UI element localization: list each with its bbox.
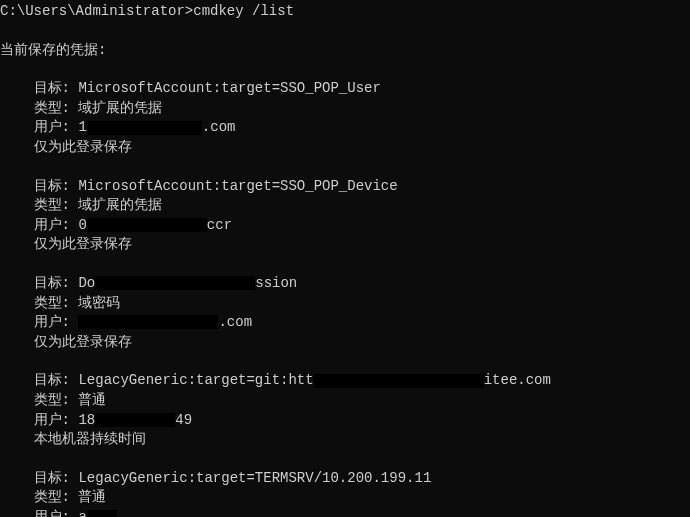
entry-user-line: 用户: a bbox=[0, 508, 690, 517]
type-label: 类型: bbox=[34, 489, 70, 505]
user-label: 用户: bbox=[34, 509, 70, 517]
type-label: 类型: bbox=[34, 100, 70, 116]
type-value: 普通 bbox=[78, 489, 106, 505]
persist-value: 仅为此登录保存 bbox=[34, 236, 132, 252]
entry-target-line: 目标: LegacyGeneric:target=TERMSRV/10.200.… bbox=[0, 469, 690, 489]
persist-value: 仅为此登录保存 bbox=[34, 139, 132, 155]
command: cmdkey /list bbox=[193, 3, 294, 19]
target-prefix: Do bbox=[78, 275, 95, 291]
blank-line bbox=[0, 22, 690, 41]
type-value: 普通 bbox=[78, 392, 106, 408]
target-prefix: LegacyGeneric:target=git:htt bbox=[78, 372, 313, 388]
redacted-block bbox=[87, 218, 207, 232]
entry-persist-line: 仅为此登录保存 bbox=[0, 333, 690, 353]
target-value: MicrosoftAccount:target=SSO_POP_User bbox=[78, 80, 380, 96]
entry-type-line: 类型: 域密码 bbox=[0, 294, 690, 314]
entry-user-line: 用户: 0ccr bbox=[0, 216, 690, 236]
type-value: 域密码 bbox=[78, 295, 120, 311]
user-label: 用户: bbox=[34, 217, 70, 233]
type-value: 域扩展的凭据 bbox=[78, 197, 162, 213]
target-value: MicrosoftAccount:target=SSO_POP_Device bbox=[78, 178, 397, 194]
blank-line bbox=[0, 255, 690, 274]
entry-type-line: 类型: 域扩展的凭据 bbox=[0, 99, 690, 119]
user-prefix: 18 bbox=[78, 412, 95, 428]
user-label: 用户: bbox=[34, 119, 70, 135]
target-label: 目标: bbox=[34, 80, 70, 96]
user-prefix: 0 bbox=[78, 217, 86, 233]
blank-line bbox=[0, 450, 690, 469]
entry-type-line: 类型: 域扩展的凭据 bbox=[0, 196, 690, 216]
user-suffix: .com bbox=[202, 119, 236, 135]
blank-line bbox=[0, 158, 690, 177]
entry-type-line: 类型: 普通 bbox=[0, 488, 690, 508]
target-suffix: ssion bbox=[255, 275, 297, 291]
user-label: 用户: bbox=[34, 314, 70, 330]
entry-target-line: 目标: MicrosoftAccount:target=SSO_POP_Devi… bbox=[0, 177, 690, 197]
entry-user-line: 用户: 1.com bbox=[0, 118, 690, 138]
redacted-block bbox=[95, 413, 175, 427]
target-label: 目标: bbox=[34, 470, 70, 486]
prompt-line: C:\Users\Administrator>cmdkey /list bbox=[0, 2, 690, 22]
type-label: 类型: bbox=[34, 295, 70, 311]
persist-value: 本地机器持续时间 bbox=[34, 431, 146, 447]
entry-target-line: 目标: LegacyGeneric:target=git:httitee.com bbox=[0, 371, 690, 391]
blank-line bbox=[0, 60, 690, 79]
user-suffix: ccr bbox=[207, 217, 232, 233]
type-label: 类型: bbox=[34, 392, 70, 408]
target-label: 目标: bbox=[34, 178, 70, 194]
entry-persist-line: 本地机器持续时间 bbox=[0, 430, 690, 450]
redacted-block bbox=[95, 276, 255, 290]
header-line: 当前保存的凭据: bbox=[0, 41, 690, 61]
entry-target-line: 目标: Dossion bbox=[0, 274, 690, 294]
user-suffix: .com bbox=[218, 314, 252, 330]
redacted-block bbox=[78, 315, 218, 329]
target-label: 目标: bbox=[34, 275, 70, 291]
user-prefix: 1 bbox=[78, 119, 86, 135]
type-label: 类型: bbox=[34, 197, 70, 213]
entry-type-line: 类型: 普通 bbox=[0, 391, 690, 411]
user-prefix: a bbox=[78, 509, 86, 517]
user-suffix: 49 bbox=[175, 412, 192, 428]
redacted-block bbox=[87, 510, 117, 517]
prompt: C:\Users\Administrator> bbox=[0, 3, 193, 19]
entry-user-line: 用户: 1849 bbox=[0, 411, 690, 431]
entry-persist-line: 仅为此登录保存 bbox=[0, 138, 690, 158]
target-label: 目标: bbox=[34, 372, 70, 388]
persist-value: 仅为此登录保存 bbox=[34, 334, 132, 350]
user-label: 用户: bbox=[34, 412, 70, 428]
entry-persist-line: 仅为此登录保存 bbox=[0, 235, 690, 255]
redacted-block bbox=[314, 374, 484, 388]
entry-user-line: 用户: .com bbox=[0, 313, 690, 333]
blank-line bbox=[0, 352, 690, 371]
target-value: LegacyGeneric:target=TERMSRV/10.200.199.… bbox=[78, 470, 431, 486]
redacted-block bbox=[87, 121, 202, 135]
type-value: 域扩展的凭据 bbox=[78, 100, 162, 116]
target-suffix: itee.com bbox=[484, 372, 551, 388]
header: 当前保存的凭据: bbox=[0, 42, 106, 58]
entry-target-line: 目标: MicrosoftAccount:target=SSO_POP_User bbox=[0, 79, 690, 99]
